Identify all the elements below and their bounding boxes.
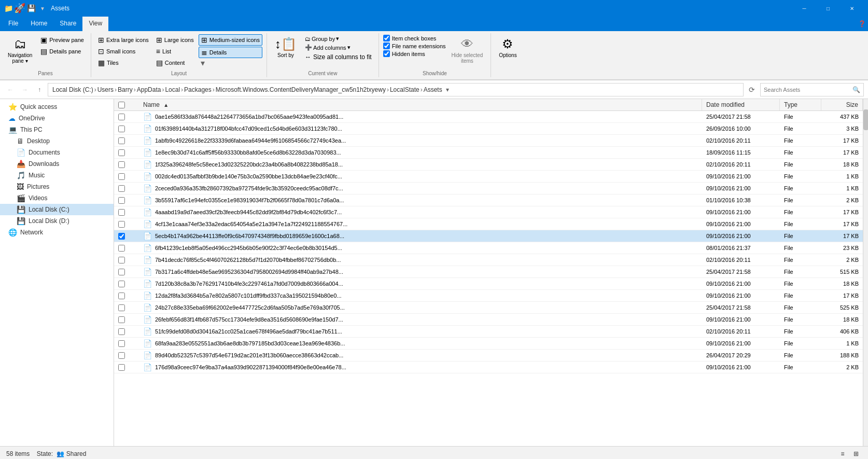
medium-icons-button[interactable]: ⊞ Medium-sized icons [199, 34, 262, 46]
sort-by-button[interactable]: ↕📋 Sort by [271, 34, 300, 61]
row-checkbox-16[interactable] [118, 304, 125, 311]
row-checkbox-2[interactable] [118, 137, 125, 144]
path-appdata[interactable]: AppData [137, 86, 161, 93]
path-packages[interactable]: Packages [184, 86, 212, 93]
row-check-18[interactable] [114, 326, 139, 337]
header-size[interactable]: Size [821, 99, 863, 110]
row-check-21[interactable] [114, 362, 139, 373]
table-row[interactable]: 📄 7b41decdc76f85c5c4f46070262128b5d7f1d2… [114, 254, 863, 266]
header-date[interactable]: Date modified [702, 99, 780, 110]
content-button[interactable]: ▤ Content [153, 57, 197, 68]
row-checkbox-20[interactable] [118, 352, 125, 359]
options-button[interactable]: ⚙ Options [495, 34, 520, 61]
header-type[interactable]: Type [780, 99, 821, 110]
row-checkbox-18[interactable] [118, 328, 125, 335]
row-checkbox-8[interactable] [118, 209, 125, 216]
row-checkbox-9[interactable] [118, 221, 125, 228]
row-checkbox-12[interactable] [118, 257, 125, 263]
file-name-extensions-checkbox[interactable]: File name extensions [383, 42, 446, 50]
layout-dropdown-button[interactable]: ▾ [199, 58, 207, 68]
tiles-button[interactable]: ▦ Tiles [95, 57, 151, 68]
row-checkbox-7[interactable] [118, 197, 125, 204]
sidebar-item-desktop[interactable]: 🖥 Desktop [0, 135, 114, 147]
table-row[interactable]: 📄 176d98a9ceec974e9ba37a4aa939d902287139… [114, 361, 863, 373]
row-checkbox-0[interactable] [118, 114, 125, 120]
row-check-17[interactable] [114, 314, 139, 325]
table-row[interactable]: 📄 2ceced0a936a353fb28607392ba972754fde9c… [114, 183, 863, 194]
row-checkbox-14[interactable] [118, 281, 125, 287]
sidebar-item-network[interactable]: 🌐 Network [0, 227, 114, 238]
large-icons-view-button[interactable]: ⊞ [850, 448, 862, 460]
small-icons-button[interactable]: ⊡ Small icons [95, 46, 151, 57]
row-check-11[interactable] [114, 243, 139, 254]
refresh-button[interactable]: ⟳ [746, 84, 758, 96]
row-checkbox-19[interactable] [118, 340, 125, 347]
table-row[interactable]: 📄 24b27c88e335eba69f662002e9e4477725c2d6… [114, 302, 863, 314]
row-checkbox-11[interactable] [118, 245, 125, 252]
size-all-columns-button[interactable]: ↔ Size all columns to fit [302, 52, 374, 62]
search-box[interactable]: 🔍 [760, 83, 864, 96]
row-checkbox-17[interactable] [118, 316, 125, 323]
row-check-10[interactable] [114, 231, 139, 242]
table-row[interactable]: 📄 5ecb4b174a962be44113ffe0f9c6b470974348… [114, 230, 863, 242]
row-checkbox-21[interactable] [118, 364, 125, 371]
table-row[interactable]: 📄 51fc99defd08d0d30416a21cc025a1cae678f4… [114, 326, 863, 338]
group-by-button[interactable]: 🗂 Group by ▾ [302, 34, 374, 43]
row-check-7[interactable] [114, 195, 139, 206]
table-row[interactable]: 📄 26febf656d83f14fb687d575cc17304efe9d8e… [114, 314, 863, 326]
sidebar-item-downloads[interactable]: 📥 Downloads [0, 158, 114, 170]
sidebar-item-this-pc[interactable]: 💻 This PC [0, 124, 114, 135]
row-checkbox-3[interactable] [118, 149, 125, 156]
tab-file[interactable]: File [2, 17, 24, 31]
header-check[interactable] [114, 100, 139, 110]
table-row[interactable]: 📄 89d40db523257c5397d54e6719d2ac201e3f13… [114, 350, 863, 361]
row-checkbox-13[interactable] [118, 269, 125, 275]
path-barry[interactable]: Barry [118, 86, 133, 93]
row-check-16[interactable] [114, 302, 139, 313]
row-check-9[interactable] [114, 219, 139, 230]
address-path[interactable]: Local Disk (C:) › Users › Barry › AppDat… [48, 83, 744, 96]
table-row[interactable]: 📄 01f639891440b4a312718f004bfcc47d09ced1… [114, 123, 863, 135]
sidebar-item-documents[interactable]: 📄 Documents [0, 147, 114, 158]
navigation-pane-button[interactable]: 🗂 Navigationpane ▾ [4, 34, 36, 66]
row-check-8[interactable] [114, 207, 139, 218]
up-button[interactable]: ↑ [33, 84, 46, 96]
row-check-6[interactable] [114, 183, 139, 194]
row-checkbox-5[interactable] [118, 173, 125, 180]
table-row[interactable]: 📄 68fa9aa283e0552551ad3b6ae8db3b797185bd… [114, 338, 863, 350]
details-pane-button[interactable]: ▤ Details pane [38, 46, 87, 57]
tab-view[interactable]: View [82, 17, 108, 31]
table-row[interactable]: 📄 6fb41239c1eb8f5a05ed496cc2945b6b05e90f… [114, 242, 863, 254]
row-checkbox-10[interactable] [118, 233, 125, 240]
add-columns-button[interactable]: ➕ Add columns ▾ [302, 43, 374, 52]
table-row[interactable]: 📄 4cf13e1caaa74ef3e33a2edac654054a5e21a3… [114, 218, 863, 230]
list-button[interactable]: ≡ List [153, 46, 197, 57]
path-localstate[interactable]: LocalState [390, 86, 419, 93]
details-button[interactable]: ≣ Details [199, 47, 262, 58]
hidden-items-checkbox[interactable]: Hidden items [383, 50, 446, 58]
table-row[interactable]: 📄 12da2f8fa3d3684b5a7e802a5807c101dff9fb… [114, 290, 863, 302]
row-check-14[interactable] [114, 279, 139, 289]
row-checkbox-1[interactable] [118, 126, 125, 132]
header-name[interactable]: Name ▲ [139, 99, 702, 110]
minimize-button[interactable]: ─ [792, 0, 816, 17]
hide-selected-button[interactable]: 👁 Hide selecteditems [448, 34, 487, 66]
row-check-2[interactable] [114, 135, 139, 146]
row-checkbox-6[interactable] [118, 185, 125, 192]
select-all-checkbox[interactable] [118, 102, 125, 108]
sidebar-item-quick-access[interactable]: ⭐ Quick access [0, 101, 114, 113]
extra-large-icons-button[interactable]: ⊞ Extra large icons [95, 34, 151, 46]
row-check-5[interactable] [114, 171, 139, 182]
large-icons-button[interactable]: ⊞ Large icons [153, 34, 197, 46]
path-localdisk[interactable]: Local Disk (C:) [52, 86, 93, 93]
sidebar-item-local-disk-c[interactable]: 💾 Local Disk (C:) [0, 204, 114, 215]
quick-access-icon[interactable]: 🚀 [16, 4, 24, 12]
sidebar-item-local-disk-d[interactable]: 💾 Local Disk (D:) [0, 215, 114, 227]
sidebar-item-videos[interactable]: 🎬 Videos [0, 192, 114, 204]
table-row[interactable]: 📄 1e8ec9b30d741c6aff5ff56b93330bb8afd0e5… [114, 147, 863, 159]
tab-share[interactable]: Share [53, 17, 82, 31]
back-button[interactable]: ← [4, 84, 17, 96]
path-dropdown-icon[interactable]: ▾ [442, 86, 453, 93]
table-row[interactable]: 📄 4aaabd19a9d7aeed39cf2b3feecb9445c82dd9… [114, 206, 863, 218]
row-check-1[interactable] [114, 123, 139, 134]
